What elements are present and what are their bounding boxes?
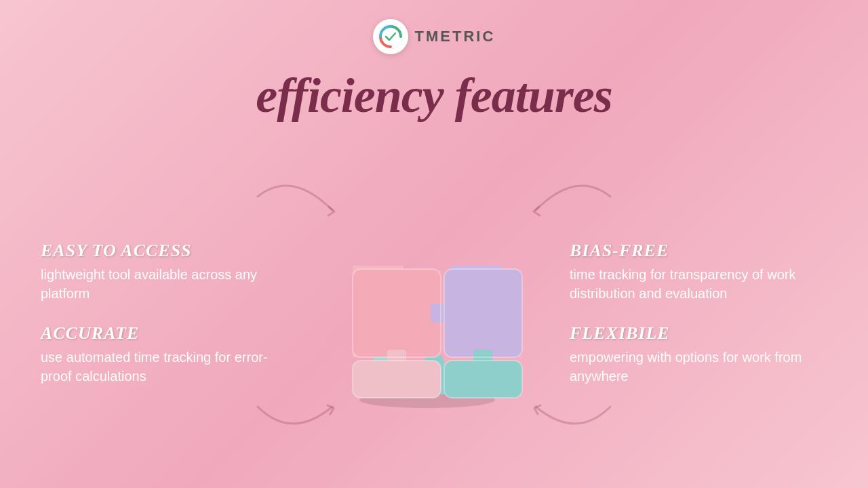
easy-to-access-desc: lightweight tool available across any pl… xyxy=(41,265,271,303)
feature-flexibile: FLEXIBILE empowering with options for wo… xyxy=(570,323,827,386)
flexibile-desc: empowering with options for work from an… xyxy=(570,348,827,386)
page: TMETRIC efficiency features EASY TO ACCE… xyxy=(0,0,868,488)
svg-rect-8 xyxy=(353,361,441,398)
content-area: EASY TO ACCESS lightweight tool availabl… xyxy=(0,138,868,488)
feature-bias-free: BIAS-FREE time tracking for transparency… xyxy=(570,241,827,303)
center-puzzle-image xyxy=(326,211,542,415)
brand-name: TMETRIC xyxy=(415,28,496,45)
right-panel: BIAS-FREE time tracking for transparency… xyxy=(570,241,827,386)
svg-rect-2 xyxy=(353,269,441,357)
svg-rect-10 xyxy=(444,361,522,398)
puzzle-svg xyxy=(326,211,529,408)
easy-to-access-title: EASY TO ACCESS xyxy=(41,241,271,261)
svg-rect-6 xyxy=(431,304,444,323)
feature-easy-to-access: EASY TO ACCESS lightweight tool availabl… xyxy=(41,241,271,303)
feature-accurate: ACCURATE use automated time tracking for… xyxy=(41,323,271,386)
logo-icon xyxy=(378,24,403,49)
svg-rect-5 xyxy=(444,269,522,357)
header: TMETRIC xyxy=(373,19,496,54)
logo xyxy=(373,19,408,54)
flexibile-title: FLEXIBILE xyxy=(570,323,827,344)
left-panel: EASY TO ACCESS lightweight tool availabl… xyxy=(41,241,271,386)
bias-free-desc: time tracking for transparency of work d… xyxy=(570,265,827,303)
bias-free-title: BIAS-FREE xyxy=(570,241,827,261)
accurate-desc: use automated time tracking for error-pr… xyxy=(41,348,271,386)
main-title: efficiency features xyxy=(256,68,612,124)
accurate-title: ACCURATE xyxy=(41,323,271,344)
svg-point-0 xyxy=(378,24,403,49)
